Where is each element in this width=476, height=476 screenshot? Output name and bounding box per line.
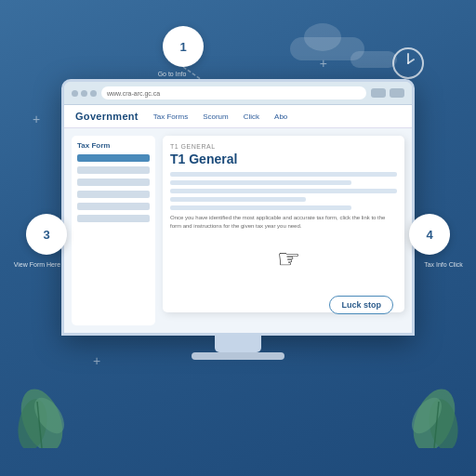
nav-item-click[interactable]: Click: [244, 112, 259, 121]
dot-3: [90, 90, 97, 97]
browser-actions: [371, 88, 404, 98]
document-card: T1 GENERAL T1 General Once you have iden…: [163, 136, 404, 312]
doc-line-5: [170, 205, 351, 210]
browser-btn-1[interactable]: [371, 88, 386, 98]
sidebar-title: Tax Form: [77, 141, 150, 150]
window-controls: [72, 90, 97, 97]
monitor-base: [192, 352, 284, 360]
nav-logo: Government: [75, 111, 139, 122]
document-label: T1 GENERAL: [170, 143, 397, 150]
clock-icon: [391, 46, 425, 80]
hand-cursor-icon: ☞: [277, 244, 300, 274]
step-1-label: Go to Info: [144, 70, 200, 78]
monitor-screen: www.cra-arc.gc.ca Government Tax Forms S…: [61, 79, 415, 336]
step-3-circle: 3: [26, 214, 67, 255]
monitor-stand: [215, 336, 261, 352]
content-area: Tax Form T1 GENERAL T1 General: [64, 128, 412, 333]
step-4-circle: 4: [409, 214, 450, 255]
document-title: T1 General: [170, 152, 397, 166]
nav-item-taxforms[interactable]: Tax Forms: [153, 112, 188, 121]
nav-item-scorum[interactable]: Scorum: [203, 112, 229, 121]
doc-line-3: [170, 189, 397, 193]
step-3-label: View Form Here: [9, 260, 65, 269]
step-1-circle: 1: [163, 26, 204, 67]
step-4-label: Tax Info Click: [416, 260, 471, 269]
document-description: Once you have identified the most applic…: [170, 214, 397, 231]
leaf-decoration-left: [14, 374, 70, 448]
browser-btn-2[interactable]: [390, 88, 404, 98]
dot-2: [81, 90, 87, 97]
form-line-6[interactable]: [77, 215, 150, 222]
monitor: www.cra-arc.gc.ca Government Tax Forms S…: [61, 79, 415, 360]
nav-item-abo[interactable]: Abo: [274, 112, 287, 121]
plus-decoration-1: +: [33, 112, 40, 126]
leaf-decoration-right: [406, 374, 462, 448]
plus-decoration-3: +: [320, 56, 327, 71]
form-line-1[interactable]: [77, 154, 150, 162]
doc-line-2: [170, 180, 351, 185]
last-stop-button[interactable]: Luck stop: [329, 296, 393, 314]
dot-1: [72, 90, 78, 97]
doc-line-4: [170, 197, 306, 202]
main-document: T1 GENERAL T1 General Once you have iden…: [163, 136, 404, 325]
form-line-2[interactable]: [77, 166, 150, 174]
sidebar-panel: Tax Form: [72, 136, 155, 325]
address-bar[interactable]: www.cra-arc.gc.ca: [101, 86, 366, 99]
form-line-5[interactable]: [77, 203, 150, 210]
form-line-4[interactable]: [77, 191, 150, 198]
browser-chrome: www.cra-arc.gc.ca: [64, 82, 412, 105]
form-line-3[interactable]: [77, 178, 150, 186]
nav-bar: Government Tax Forms Scorum Click Abo: [64, 105, 412, 128]
cloud-decoration-2: [350, 51, 397, 68]
doc-line-1: [170, 172, 397, 177]
